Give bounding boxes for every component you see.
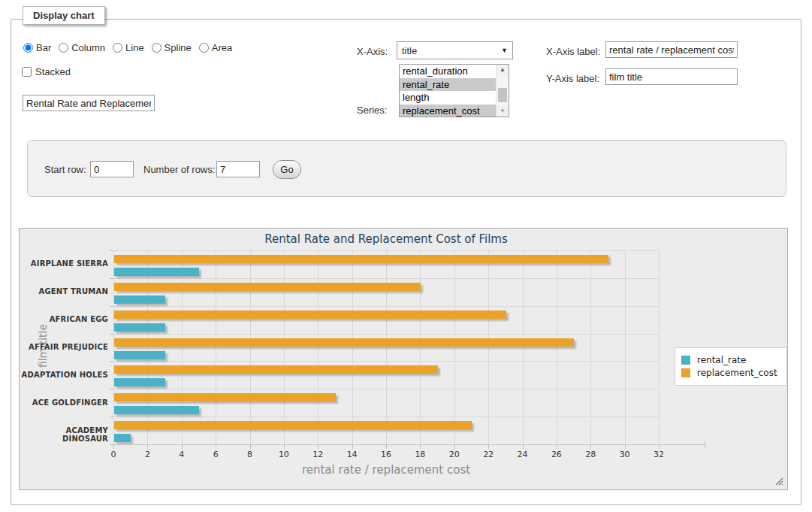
x-axis-tick: [659, 445, 660, 449]
chart-title: Rental Rate and Replacement Cost of Film…: [113, 232, 659, 246]
x-axis-select-label: X-Axis:: [357, 46, 388, 57]
series-option-length[interactable]: length: [400, 91, 496, 105]
radio-bar[interactable]: [23, 43, 33, 53]
bar-rental_rate[interactable]: [114, 406, 199, 414]
category-label: ADAPTATION HOLES: [20, 371, 108, 379]
panel-title: Display chart: [23, 6, 105, 25]
y-axis-label-label: Y-Axis label:: [546, 73, 599, 84]
x-axis-tick: [454, 445, 455, 449]
y-axis-label-input[interactable]: [605, 68, 738, 85]
bar-replacement_cost[interactable]: [114, 365, 438, 374]
x-axis-tick: [318, 445, 318, 449]
legend-entry: replacement_cost: [681, 368, 777, 378]
x-axis-tick: [557, 445, 557, 449]
bar-replacement_cost[interactable]: [114, 421, 472, 429]
legend-entry: rental_rate: [681, 355, 777, 365]
x-axis-tick-label: 0: [98, 450, 128, 459]
radio-area-label[interactable]: Area: [212, 42, 232, 53]
bar-replacement_cost[interactable]: [114, 311, 506, 319]
x-axis-tick-label: 10: [269, 450, 299, 459]
stacked-checkbox[interactable]: [22, 67, 32, 77]
go-button[interactable]: Go: [273, 160, 301, 179]
x-axis-tick-label: 26: [542, 450, 572, 459]
scroll-down-icon[interactable]: ▼: [497, 106, 509, 117]
scroll-up-icon[interactable]: ▲: [497, 65, 509, 75]
y-axis-tick: [110, 444, 113, 445]
x-axis-tick: [386, 445, 387, 449]
y-axis-tick: [110, 306, 113, 307]
legend-label: replacement_cost: [697, 368, 777, 378]
chart-type-radio-group: Bar Column Line Spline Area: [23, 42, 237, 53]
x-axis-tick: [250, 445, 251, 449]
x-axis-tick: [352, 445, 353, 449]
x-axis-tick: [113, 445, 114, 449]
x-axis-tick: [488, 445, 489, 449]
x-axis-tick-label: 14: [337, 450, 367, 459]
bar-replacement_cost[interactable]: [114, 283, 421, 291]
chart-legend: rental_ratereplacement_cost: [675, 347, 787, 386]
series-option-rental_rate[interactable]: rental_rate: [400, 78, 496, 92]
stacked-row: Stacked: [22, 66, 71, 77]
bar-rental_rate[interactable]: [114, 323, 165, 332]
bar-replacement_cost[interactable]: [114, 255, 608, 263]
radio-spline-label[interactable]: Spline: [165, 42, 192, 53]
x-axis-tick-label: 2: [132, 450, 162, 459]
number-of-rows-input[interactable]: [216, 161, 260, 177]
y-axis-tick: [110, 278, 113, 279]
x-axis-label-input[interactable]: [605, 41, 738, 58]
x-axis-tick: [590, 445, 591, 449]
bar-rental_rate[interactable]: [114, 351, 165, 359]
stacked-label[interactable]: Stacked: [35, 66, 71, 77]
scrollbar-thumb[interactable]: [498, 88, 507, 102]
x-axis-tick-label: 12: [303, 450, 333, 459]
bar-rental_rate[interactable]: [114, 378, 165, 386]
category-row: [113, 389, 659, 417]
x-axis-label-label: X-Axis label:: [546, 46, 600, 57]
x-axis-tick-label: 16: [371, 450, 401, 459]
x-axis-selected-value: title: [402, 45, 417, 56]
radio-area[interactable]: [199, 43, 209, 53]
x-axis-tick-label: 32: [644, 450, 674, 459]
category-row: [113, 307, 659, 335]
listbox-scrollbar[interactable]: ▲ ▼: [496, 65, 509, 117]
x-axis-tick-label: 18: [405, 450, 435, 459]
radio-line-label[interactable]: Line: [125, 42, 144, 53]
x-axis-line: [113, 444, 705, 445]
x-axis-tick-label: 22: [473, 450, 503, 459]
radio-line[interactable]: [113, 43, 122, 53]
x-axis-tick: [523, 445, 524, 449]
bar-rental_rate[interactable]: [114, 268, 199, 276]
bar-rental_rate[interactable]: [114, 434, 131, 442]
y-axis-tick: [110, 389, 113, 389]
category-row: [113, 251, 659, 279]
bar-rental_rate[interactable]: [114, 295, 165, 304]
x-axis-select[interactable]: title ▼: [397, 41, 513, 59]
start-row-label: Start row:: [44, 164, 86, 175]
x-axis-end-tick: [705, 441, 705, 448]
bar-replacement_cost[interactable]: [114, 393, 336, 401]
category-label: AGENT TRUMAN: [20, 287, 108, 295]
x-axis-tick: [625, 445, 626, 449]
resize-grip-icon[interactable]: [774, 477, 783, 486]
chart-title-input[interactable]: [23, 95, 155, 111]
legend-swatch-icon: [681, 356, 690, 365]
radio-column[interactable]: [59, 43, 68, 53]
y-axis-tick: [110, 361, 113, 362]
radio-bar-label[interactable]: Bar: [36, 42, 51, 53]
series-options: rental_durationrental_ratelengthreplacem…: [400, 65, 496, 117]
radio-spline[interactable]: [152, 43, 161, 53]
rows-form: Start row: Number of rows: Go: [27, 140, 786, 197]
series-option-replacement_cost[interactable]: replacement_cost: [400, 105, 496, 118]
category-row: [113, 417, 659, 445]
start-row-input[interactable]: [90, 161, 134, 177]
bar-replacement_cost[interactable]: [114, 338, 574, 347]
x-axis-tick: [147, 445, 148, 449]
chevron-down-icon: ▼: [501, 47, 508, 54]
category-label: AFFAIR PREJUDICE: [20, 343, 108, 351]
x-axis-tick: [420, 445, 421, 449]
radio-column-label[interactable]: Column: [71, 42, 105, 53]
series-option-rental_duration[interactable]: rental_duration: [400, 65, 496, 78]
category-label: ACE GOLDFINGER: [20, 398, 108, 407]
series-listbox[interactable]: rental_durationrental_ratelengthreplacem…: [399, 64, 509, 117]
x-axis-tick-label: 30: [610, 450, 640, 459]
